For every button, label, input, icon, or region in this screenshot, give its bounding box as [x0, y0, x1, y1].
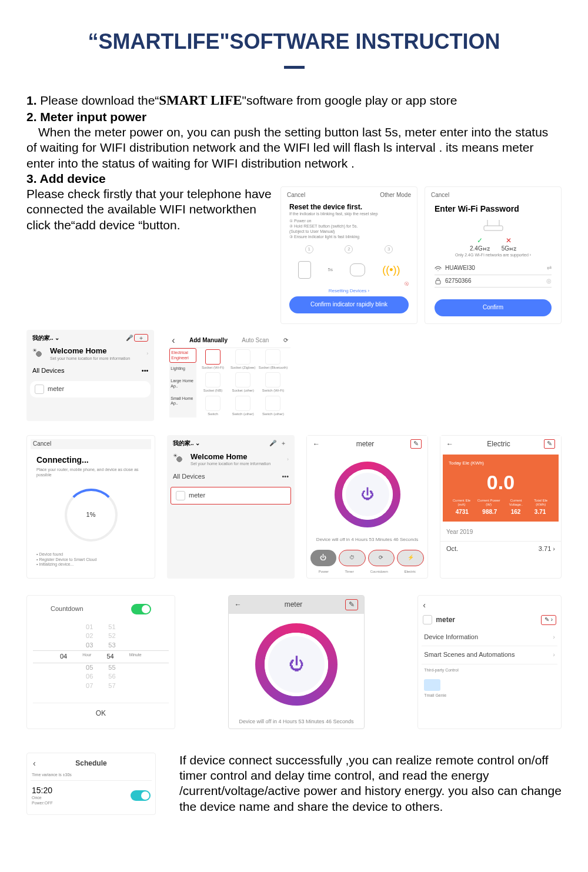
step-1-a: Please download the“	[37, 93, 159, 107]
cat-electrical[interactable]: Electrical Engineeri	[169, 348, 196, 363]
prod-socket-bt[interactable]	[265, 349, 280, 365]
countdown-toggle[interactable]	[131, 604, 151, 614]
prod-switch[interactable]	[205, 396, 220, 411]
lock-icon	[435, 278, 442, 285]
wifi-only-note: Only 2.4G Wi-Fi networks are supported ›	[435, 253, 552, 258]
device-row[interactable]: meter	[171, 487, 291, 505]
shot-add-manually: ‹ Add Manually Auto Scan ⟳ Electrical En…	[166, 330, 293, 422]
countdown-label: Countdown	[370, 570, 387, 574]
tmall-icon[interactable]	[424, 679, 440, 691]
scan-icon[interactable]: ⟳	[283, 337, 288, 345]
plug-icon	[298, 261, 311, 279]
year-label: Year 2019	[440, 524, 561, 541]
timer-button[interactable]: ⏱	[339, 550, 366, 566]
change-wifi-icon[interactable]: ⇄	[547, 265, 552, 272]
mic-icon[interactable]: 🎤	[269, 440, 276, 446]
prod-label: Switch (Wi-Fi)	[262, 389, 284, 392]
step-circle-1: 1	[305, 245, 313, 253]
more-icon[interactable]: •••	[142, 367, 149, 375]
all-devices-tab[interactable]: All Devices	[173, 473, 205, 481]
eye-icon[interactable]: ◎	[546, 278, 552, 285]
month-value[interactable]: 3.71 ›	[539, 545, 555, 553]
schedule-once: Once	[32, 796, 53, 801]
countdown-button[interactable]: ⟳	[368, 550, 395, 566]
x-close-icon[interactable]: ⓧ	[289, 282, 409, 287]
back-button[interactable]: ←	[446, 440, 453, 449]
step-2-title: 2. Meter input power	[26, 109, 562, 125]
back-button[interactable]: ‹	[422, 599, 557, 612]
reset-l2b: (Subject to User Manual)	[289, 229, 409, 235]
back-button[interactable]: ←	[313, 440, 320, 449]
wifi-confirm-button[interactable]: Confirm	[435, 299, 552, 316]
hour-picker[interactable]: 04	[60, 653, 67, 661]
cat-large[interactable]: Large Home Ap..	[169, 375, 196, 393]
prod-label: Socket (NB)	[203, 389, 222, 392]
schedule-toggle[interactable]	[131, 790, 151, 801]
shot-settings: ‹ meter ✎ › Device Information› Smart Sc…	[417, 595, 562, 729]
cancel-button[interactable]: Cancel	[431, 192, 449, 199]
ssid-input[interactable]: HUAWEI30	[445, 265, 543, 272]
auto-scan-tab[interactable]: Auto Scan	[242, 337, 269, 345]
edit-icon[interactable]: ✎	[544, 439, 555, 449]
location-dropdown[interactable]: 我的家.. ⌄	[173, 440, 200, 447]
add-manually-tab[interactable]: Add Manually	[189, 337, 228, 345]
r1: Device Information	[424, 633, 478, 642]
reset-title: Reset the device first.	[289, 203, 409, 212]
cat-lighting[interactable]: Lighting	[169, 363, 196, 375]
device-name: meter	[436, 616, 537, 624]
welcome-title: Welcome Home	[50, 346, 142, 356]
ok-button[interactable]: OK	[33, 703, 169, 718]
electric-button[interactable]: ⚡	[397, 550, 424, 566]
prod-switch-wifi[interactable]	[265, 372, 280, 387]
cat-small[interactable]: Small Home Ap..	[169, 393, 196, 410]
meter-title: meter	[356, 440, 375, 449]
resetting-link[interactable]: Resetting Devices ›	[289, 288, 409, 294]
app-name: SMART LIFE	[159, 93, 242, 108]
password-input[interactable]: 62750366	[445, 278, 543, 285]
step-circle-2: 2	[345, 245, 353, 253]
all-devices-tab[interactable]: All Devices	[32, 367, 64, 375]
cancel-button[interactable]: Cancel	[287, 192, 305, 199]
device-row[interactable]: meter	[30, 381, 151, 397]
more-icon[interactable]: •••	[282, 473, 289, 481]
power-ring[interactable]: ⏻	[255, 623, 338, 706]
back-button[interactable]: ‹	[172, 335, 175, 346]
edit-icon[interactable]: ✎ ›	[541, 615, 556, 625]
prod-switch-o2[interactable]	[265, 396, 280, 411]
prod-socket-nb[interactable]	[205, 372, 220, 387]
chevron-right-icon[interactable]: ›	[287, 456, 289, 463]
back-button[interactable]: ‹	[33, 759, 36, 769]
back-button[interactable]: ←	[235, 600, 242, 609]
cancel-button[interactable]: Cancel	[33, 440, 51, 448]
minute-picker[interactable]: 54	[106, 653, 113, 661]
final-paragraph: If device connect successfully ,you can …	[173, 753, 562, 814]
schedule-time[interactable]: 15:20	[32, 786, 53, 796]
chevron-right-icon[interactable]: ›	[146, 350, 148, 357]
step-1: 1. Please download the“SMART LIFE"softwa…	[26, 92, 562, 109]
power-ring[interactable]: ⏻	[335, 462, 400, 527]
edit-icon[interactable]: ✎	[345, 599, 358, 610]
location-dropdown[interactable]: 我的家.. ⌄	[32, 335, 59, 342]
month-label[interactable]: Oct.	[446, 545, 458, 553]
edit-icon[interactable]: ✎	[410, 439, 422, 449]
confirm-blink-button[interactable]: Confirm indicator rapidly blink	[289, 296, 409, 313]
connecting-title: Connecting...	[36, 455, 145, 466]
device-info-row[interactable]: Device Information›	[422, 629, 557, 647]
meter-msg: Device will off in 4 Hours 53 Minutes 46…	[307, 537, 427, 543]
shot-electric: ← Electric ✎ Today Ele (KWh) 0.0 Current…	[440, 435, 562, 578]
prod-label: Switch (other)	[262, 412, 284, 416]
prod-switch-o1[interactable]	[235, 396, 250, 411]
reset-l2: ② Hold RESET button (switch) for 5s.	[289, 224, 409, 229]
smart-scenes-row[interactable]: Smart Scenes and Automations›	[422, 646, 557, 664]
wifi-icon	[435, 265, 442, 272]
mic-icon[interactable]: 🎤	[126, 335, 133, 341]
prod-socket-zigbee[interactable]	[235, 349, 250, 365]
other-mode-link[interactable]: Other Mode	[380, 192, 411, 199]
hour-label: Hour	[82, 653, 91, 661]
progress-ring: 1%	[65, 489, 118, 542]
add-device-button[interactable]: ＋	[134, 334, 148, 342]
add-device-button[interactable]: ＋	[278, 440, 289, 446]
prod-socket-other[interactable]	[235, 372, 250, 387]
prod-socket-wifi[interactable]	[205, 349, 220, 365]
power-button[interactable]: ⏻	[310, 550, 336, 566]
